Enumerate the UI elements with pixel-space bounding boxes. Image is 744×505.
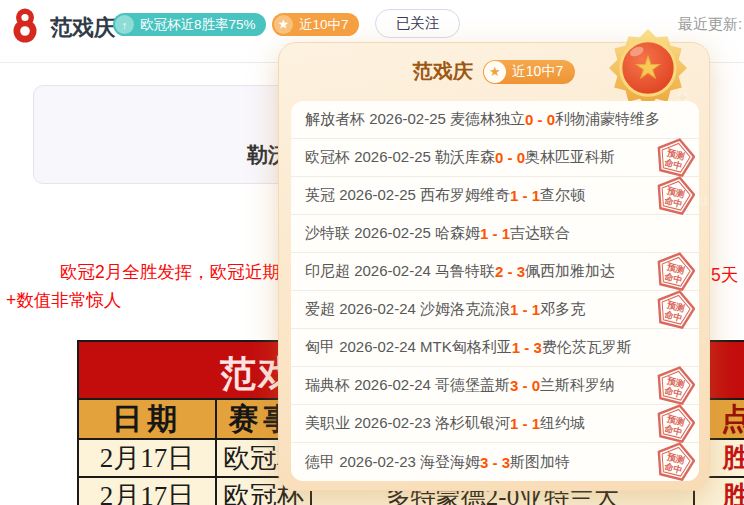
history-date-cell: 2月17日 — [79, 478, 215, 505]
record-score: 1 - 3 — [512, 339, 542, 356]
prediction-hit-stamp-icon: 预测 命中 — [655, 404, 695, 444]
promo-text-line1: 欧冠2月全胜发挥，欧冠近期 — [60, 260, 280, 284]
prediction-record-list: 解放者杯 2026-02-25 麦德林独立0 - 0利物浦蒙特维多 预测 命中 … — [291, 101, 699, 481]
popup-expert-name: 范戏庆 — [413, 58, 473, 85]
prediction-hit-stamp-icon: 预测 命中 — [655, 252, 695, 292]
prediction-record-row[interactable]: 德甲 2026-02-23 海登海姆3 - 3斯图加特 预测 命中 — [291, 443, 699, 481]
promo-text-line1-right: 5天 — [711, 263, 738, 287]
record-league-date-home: 沙特联 2026-02-25 哈森姆 — [305, 224, 480, 243]
record-away-team: 兰斯科罗纳 — [540, 376, 615, 395]
win-rate-badge-label: 欧冠杯近8胜率75% — [134, 16, 266, 34]
star-icon: ★ — [484, 61, 506, 83]
expert-record-popup: 范戏庆 ★ 近10中7 ★ ✦ ✦ 解放者杯 2026-02-25 麦德林 — [278, 42, 710, 491]
record-score: 1 - 1 — [510, 187, 540, 204]
prediction-hit-stamp-icon: 预测 命中 — [655, 176, 695, 216]
record-away-team: 费伦茨瓦罗斯 — [542, 338, 632, 357]
recent-record-badge-label: 近10中7 — [293, 16, 359, 34]
page: 范戏庆 ↑ 欧冠杯近8胜率75% ★ 近10中7 已关注 最近更新: 勒沃 欧冠… — [0, 0, 744, 505]
record-league-date-home: 欧冠杯 2026-02-25 勒沃库森 — [305, 148, 495, 167]
brand-eight-logo-icon — [10, 7, 40, 43]
prediction-record-row[interactable]: 沙特联 2026-02-25 哈森姆1 - 1吉达联合 预测 命中 — [291, 215, 699, 253]
prediction-record-row[interactable]: 欧冠杯 2026-02-25 勒沃库森0 - 0奥林匹亚科斯 预测 命中 — [291, 139, 699, 177]
record-away-team: 斯图加特 — [510, 453, 570, 472]
prediction-hit-stamp-icon: 预测 命中 — [655, 290, 695, 330]
record-away-team: 吉达联合 — [510, 224, 570, 243]
record-league-date-home: 英冠 2026-02-25 西布罗姆维奇 — [305, 186, 510, 205]
prediction-hit-stamp-icon: 预测 命中 — [655, 442, 695, 481]
record-league-date-home: 爱超 2026-02-24 沙姆洛克流浪 — [305, 300, 510, 319]
record-league-date-home: 解放者杯 2026-02-25 麦德林独立 — [305, 110, 525, 129]
followed-button[interactable]: 已关注 — [375, 9, 460, 38]
prediction-record-row[interactable]: 爱超 2026-02-24 沙姆洛克流浪1 - 1邓多克 预测 命中 — [291, 291, 699, 329]
record-league-date-home: 德甲 2026-02-23 海登海姆 — [305, 453, 480, 472]
record-away-team: 奥林匹亚科斯 — [525, 148, 615, 167]
record-score: 0 - 0 — [495, 149, 525, 166]
record-league-date-home: 美职业 2026-02-23 洛杉矶银河 — [305, 414, 510, 433]
record-score: 1 - 1 — [510, 301, 540, 318]
last-update-label: 最近更新: — [678, 15, 742, 34]
expert-name: 范戏庆 — [50, 13, 116, 43]
prediction-record-row[interactable]: 印尼超 2026-02-24 马鲁特联2 - 3佩西加雅加达 预测 命中 — [291, 253, 699, 291]
prediction-record-row[interactable]: 匈甲 2026-02-24 MTK匈格利亚1 - 3费伦茨瓦罗斯 预测 命中 — [291, 329, 699, 367]
record-score: 2 - 3 — [495, 263, 525, 280]
popup-record-badge: ★ 近10中7 — [483, 60, 575, 84]
record-away-team: 佩西加雅加达 — [525, 262, 615, 281]
up-arrow-icon: ↑ — [115, 15, 134, 34]
popup-record-badge-label: 近10中7 — [506, 63, 575, 81]
prediction-record-row[interactable]: 美职业 2026-02-23 洛杉矶银河1 - 1纽约城 预测 命中 — [291, 405, 699, 443]
record-league-date-home: 瑞典杯 2026-02-24 哥德堡盖斯 — [305, 376, 510, 395]
star-icon: ★ — [274, 15, 293, 34]
record-away-team: 邓多克 — [540, 300, 585, 319]
record-score: 1 - 1 — [510, 415, 540, 432]
prediction-hit-stamp-icon: 预测 命中 — [655, 366, 695, 406]
record-score: 0 - 0 — [525, 111, 555, 128]
history-date-cell: 2月17日 — [79, 440, 215, 476]
record-league-date-home: 匈甲 2026-02-24 MTK匈格利亚 — [305, 338, 512, 357]
record-away-team: 查尔顿 — [540, 186, 585, 205]
win-rate-badge: ↑ 欧冠杯近8胜率75% — [113, 13, 266, 36]
recent-record-badge: ★ 近10中7 — [272, 13, 359, 36]
record-away-team: 纽约城 — [540, 414, 585, 433]
record-league-date-home: 印尼超 2026-02-24 马鲁特联 — [305, 262, 495, 281]
prediction-record-row[interactable]: 解放者杯 2026-02-25 麦德林独立0 - 0利物浦蒙特维多 预测 命中 — [291, 101, 699, 139]
prediction-hit-stamp-icon: 预测 命中 — [655, 138, 695, 178]
record-score: 1 - 1 — [480, 225, 510, 242]
prediction-record-row[interactable]: 瑞典杯 2026-02-24 哥德堡盖斯3 - 0兰斯科罗纳 预测 命中 — [291, 367, 699, 405]
record-score: 3 - 3 — [480, 454, 510, 471]
col-header-date: 日期 — [79, 400, 215, 438]
promo-text-line2: +数值非常惊人 — [6, 288, 121, 312]
prediction-record-row[interactable]: 英冠 2026-02-25 西布罗姆维奇1 - 1查尔顿 预测 命中 — [291, 177, 699, 215]
svg-text:★: ★ — [634, 50, 662, 85]
record-score: 3 - 0 — [510, 377, 540, 394]
record-away-team: 利物浦蒙特维多 — [555, 110, 660, 129]
